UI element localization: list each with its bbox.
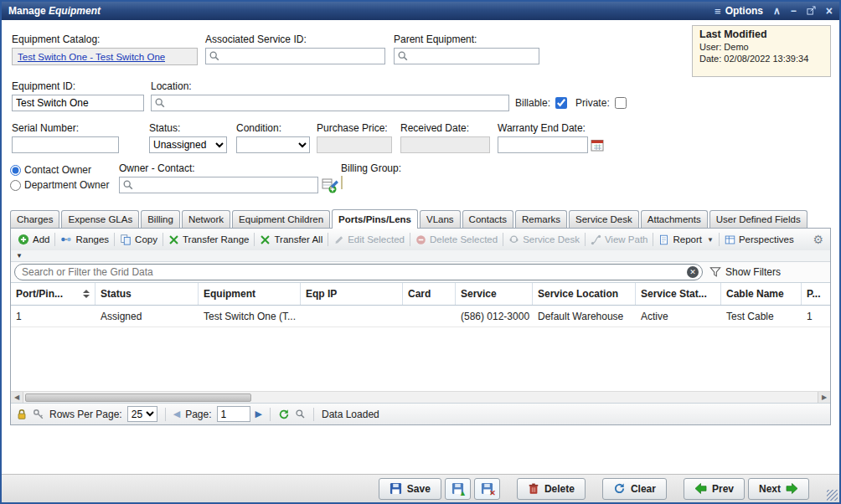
scrollbar-track[interactable] bbox=[23, 392, 818, 404]
delete-selected-button[interactable]: Delete Selected bbox=[412, 234, 501, 245]
grid-search-input[interactable] bbox=[14, 264, 703, 280]
status-select[interactable]: Unassigned bbox=[149, 136, 227, 153]
refresh-icon[interactable] bbox=[278, 409, 290, 420]
serial-number-input[interactable] bbox=[12, 136, 119, 153]
clear-search-icon[interactable]: ✕ bbox=[687, 266, 699, 278]
parent-equipment-input[interactable] bbox=[394, 48, 539, 64]
lock-icon[interactable] bbox=[16, 409, 28, 420]
save-alt2-button[interactable]: ✕ bbox=[474, 478, 500, 500]
equipment-id-label: Equipment ID: bbox=[12, 80, 144, 92]
column-header-eqp-ip[interactable]: Eqp IP bbox=[301, 283, 403, 305]
associated-service-id-input[interactable] bbox=[205, 48, 385, 64]
collapse-button[interactable]: ∧ bbox=[773, 6, 781, 16]
next-button[interactable]: Next bbox=[748, 478, 809, 500]
prev-page-button[interactable]: ◀ bbox=[173, 409, 180, 419]
key-icon[interactable] bbox=[33, 409, 44, 420]
options-button[interactable]: ≡Options bbox=[715, 5, 763, 18]
warranty-end-date-input[interactable] bbox=[498, 136, 588, 153]
minimize-button[interactable]: − bbox=[791, 6, 797, 16]
transfer-range-icon bbox=[168, 234, 179, 245]
pager-status: Data Loaded bbox=[322, 409, 379, 420]
clear-button[interactable]: Clear bbox=[602, 478, 667, 500]
calendar-icon[interactable] bbox=[591, 138, 604, 152]
tab-contacts[interactable]: Contacts bbox=[462, 210, 513, 228]
search-icon bbox=[209, 50, 220, 62]
service-desk-button[interactable]: Service Desk bbox=[505, 234, 583, 245]
copy-button[interactable]: Copy bbox=[116, 234, 161, 245]
copy-icon bbox=[120, 234, 132, 245]
horizontal-scrollbar[interactable]: ◀ ▶ bbox=[11, 391, 830, 403]
show-filters-button[interactable]: Show Filters bbox=[709, 266, 781, 278]
delete-button[interactable]: Delete bbox=[517, 478, 586, 500]
billable-checkbox[interactable] bbox=[555, 97, 567, 109]
tab-charges[interactable]: Charges bbox=[10, 210, 59, 228]
edit-icon bbox=[333, 234, 344, 245]
next-page-button[interactable]: ▶ bbox=[255, 409, 262, 419]
condition-select[interactable] bbox=[236, 136, 310, 153]
tab-ports-pins-lens[interactable]: Ports/Pins/Lens bbox=[332, 209, 418, 229]
tab-expense-glas[interactable]: Expense GLAs bbox=[61, 210, 139, 228]
transfer-range-button[interactable]: Transfer Range bbox=[165, 234, 252, 245]
close-button[interactable]: × bbox=[826, 5, 833, 17]
resize-grip[interactable] bbox=[827, 490, 838, 501]
table-row[interactable]: 1 Assigned Test Switch One (T... (586) 0… bbox=[11, 306, 830, 327]
popout-icon bbox=[807, 6, 816, 15]
owner-contact-input[interactable] bbox=[119, 177, 318, 193]
tab-remarks[interactable]: Remarks bbox=[515, 210, 567, 228]
location-input[interactable] bbox=[151, 95, 509, 111]
column-header-service-status[interactable]: Service Stat... bbox=[636, 283, 721, 305]
tab-equipment-children[interactable]: Equipment Children bbox=[232, 210, 330, 228]
page-input[interactable] bbox=[217, 406, 250, 422]
equipment-id-input[interactable] bbox=[12, 95, 144, 111]
tab-user-defined-fields[interactable]: User Defined Fields bbox=[709, 210, 807, 228]
popout-button[interactable] bbox=[807, 6, 816, 17]
view-path-button[interactable]: View Path bbox=[587, 234, 652, 245]
prev-button[interactable]: Prev bbox=[684, 478, 745, 500]
title-bar: Manage Equipment ≡Options ∧ − × bbox=[2, 2, 839, 20]
received-date-label: Received Date: bbox=[400, 122, 490, 134]
gear-icon[interactable]: ⚙ bbox=[813, 233, 827, 246]
contact-owner-radio-row[interactable]: Contact Owner bbox=[10, 164, 109, 176]
column-header-cable-name[interactable]: Cable Name bbox=[721, 283, 802, 305]
grid-search-icon[interactable] bbox=[295, 409, 306, 419]
column-header-p[interactable]: P... bbox=[802, 283, 830, 305]
column-header-service-location[interactable]: Service Location bbox=[533, 283, 636, 305]
add-button[interactable]: Add bbox=[14, 234, 53, 245]
toolbar-overflow-button[interactable]: ▼ bbox=[16, 252, 23, 260]
grid-search-row: ✕ Show Filters bbox=[11, 261, 830, 283]
red-x-overlay-icon: ✕ bbox=[489, 490, 496, 497]
search-icon bbox=[122, 179, 134, 191]
warranty-end-date-label: Warranty End Date: bbox=[498, 122, 604, 134]
transfer-all-button[interactable]: Transfer All bbox=[256, 234, 326, 245]
edit-pencil-icon[interactable] bbox=[328, 178, 340, 191]
edit-selected-button[interactable]: Edit Selected bbox=[330, 234, 408, 245]
contact-owner-radio[interactable] bbox=[10, 165, 21, 176]
department-owner-radio-row[interactable]: Department Owner bbox=[10, 179, 109, 191]
column-header-card[interactable]: Card bbox=[403, 283, 456, 305]
department-owner-radio[interactable] bbox=[10, 180, 21, 191]
tab-attachments[interactable]: Attachments bbox=[641, 210, 708, 228]
purchase-price-label: Purchase Price: bbox=[317, 122, 392, 134]
scroll-right-button[interactable]: ▶ bbox=[818, 392, 830, 404]
rows-per-page-select[interactable]: 25 bbox=[127, 406, 157, 422]
column-header-service[interactable]: Service bbox=[456, 283, 533, 305]
green-arrow-overlay-icon: ▲ bbox=[459, 490, 467, 497]
scrollbar-thumb[interactable] bbox=[25, 393, 251, 402]
column-header-status[interactable]: Status bbox=[95, 283, 199, 305]
save-alt1-button[interactable]: ▲ bbox=[445, 478, 471, 500]
prev-arrow-icon bbox=[694, 483, 707, 494]
tab-billing[interactable]: Billing bbox=[141, 210, 180, 228]
column-header-port-pin[interactable]: Port/Pin... bbox=[11, 283, 95, 305]
equipment-catalog-link[interactable]: Test Switch One - Test Switch One bbox=[18, 52, 165, 62]
scroll-left-button[interactable]: ◀ bbox=[11, 392, 23, 404]
column-header-equipment[interactable]: Equipment bbox=[199, 283, 301, 305]
tab-network[interactable]: Network bbox=[182, 210, 230, 228]
save-button[interactable]: Save bbox=[379, 478, 441, 500]
perspectives-button[interactable]: Perspectives bbox=[721, 234, 797, 245]
grid-pager: Rows Per Page: 25 ◀ Page: ▶ Data Loaded bbox=[11, 403, 830, 424]
private-checkbox[interactable] bbox=[615, 97, 627, 109]
ranges-button[interactable]: Ranges bbox=[57, 234, 112, 245]
tab-vlans[interactable]: VLans bbox=[420, 210, 461, 228]
report-button[interactable]: Report▼ bbox=[655, 234, 716, 245]
tab-service-desk[interactable]: Service Desk bbox=[569, 210, 639, 228]
